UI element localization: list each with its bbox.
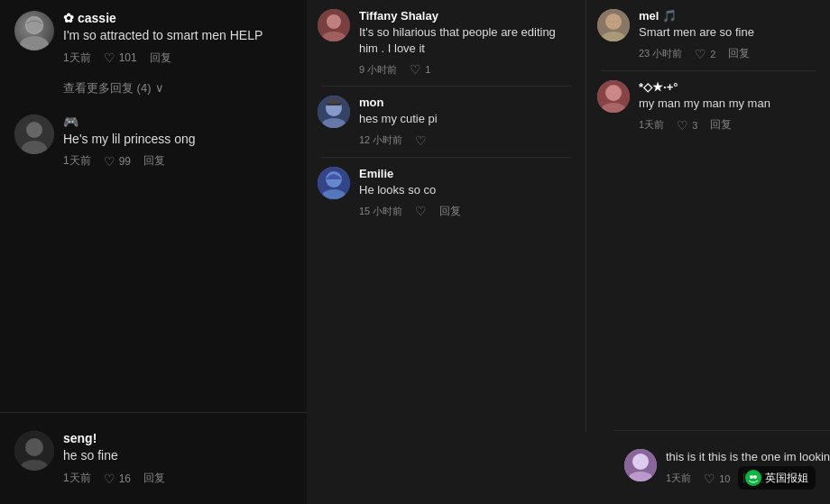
left-panel: ✿ cassie I'm so attracted to smart men H… <box>0 0 307 504</box>
avatar-tiffany <box>318 9 350 41</box>
screenshot-container: ✿ cassie I'm so attracted to smart men H… <box>0 0 830 504</box>
emilie-reply-btn[interactable]: 回复 <box>439 204 461 219</box>
comment-cassie: ✿ cassie I'm so attracted to smart men H… <box>0 0 307 77</box>
comment-user2: 🎮 He's my lil princess ong 1天前 ♡ 99 回复 <box>0 104 307 180</box>
cassie-meta: 1天前 ♡ 101 回复 <box>63 50 292 66</box>
heart-icon-mon[interactable]: ♡ <box>415 133 427 148</box>
heart-icon-seng[interactable]: ♡ <box>104 472 115 486</box>
bottom-likes: ♡ 10 <box>704 472 730 486</box>
mon-likes: ♡ <box>415 133 427 148</box>
mon-body: mon hes my cutie pi 12 小时前 ♡ <box>359 96 575 147</box>
tiffany-text: It's so hilarious that people are editin… <box>359 24 575 57</box>
svg-point-27 <box>632 454 649 470</box>
avatar-mon <box>318 96 350 128</box>
svg-rect-16 <box>328 99 339 104</box>
svg-point-21 <box>605 14 622 30</box>
right-panel: Tiffany Shalay It's so hilarious that pe… <box>307 0 830 504</box>
user2-text: He's my lil princess ong <box>63 131 292 149</box>
user2-username-icon: 🎮 <box>63 115 78 129</box>
star-time: 1天前 <box>639 118 664 132</box>
svg-point-2 <box>26 17 42 33</box>
tiffany-time: 9 小时前 <box>359 63 397 77</box>
mel-username: mel 🎵 <box>639 9 819 23</box>
emilie-body: Emilie He looks so co 15 小时前 ♡ 回复 <box>359 167 575 219</box>
cassie-time: 1天前 <box>63 50 91 66</box>
star-meta: 1天前 ♡ 3 回复 <box>639 117 819 133</box>
heart-icon-2[interactable]: ♡ <box>104 154 115 169</box>
cassie-reply-btn[interactable]: 回复 <box>150 50 171 66</box>
avatar-mel <box>597 9 630 41</box>
emilie-username: Emilie <box>359 167 575 180</box>
comment-mel: mel 🎵 Smart men are so fine 23 小时前 ♡ 2 回… <box>586 0 830 70</box>
right-col1: Tiffany Shalay It's so hilarious that pe… <box>307 0 586 433</box>
svg-point-4 <box>26 122 42 138</box>
comment-tiffany: Tiffany Shalay It's so hilarious that pe… <box>307 0 586 86</box>
user2-meta: 1天前 ♡ 99 回复 <box>63 153 292 169</box>
heart-icon-bottom[interactable]: ♡ <box>704 472 715 486</box>
cassie-text: I'm so attracted to smart men HELP <box>63 27 292 45</box>
cassie-body: ✿ cassie I'm so attracted to smart men H… <box>63 11 292 66</box>
star-likes: ♡ 3 <box>677 118 697 133</box>
view-more-label: 查看更多回复 (4) <box>63 80 152 96</box>
bottom-comment-text: this is it this is the one im looking fo… <box>666 449 830 465</box>
svg-point-24 <box>605 85 622 101</box>
cassie-username-icon: ✿ <box>63 11 74 25</box>
mel-body: mel 🎵 Smart men are so fine 23 小时前 ♡ 2 回… <box>639 9 819 61</box>
star-reply-btn[interactable]: 回复 <box>710 117 732 133</box>
bottom-time: 1天前 <box>666 472 691 485</box>
mel-time: 23 小时前 <box>639 47 682 60</box>
heart-icon-emilie[interactable]: ♡ <box>415 204 427 218</box>
view-more-replies[interactable]: 查看更多回复 (4) ∨ <box>0 77 307 104</box>
mon-time: 12 小时前 <box>359 133 402 147</box>
cassie-username: ✿ cassie <box>63 11 292 25</box>
tiffany-username: Tiffany Shalay <box>359 9 575 23</box>
user2-reply-btn[interactable]: 回复 <box>143 153 165 169</box>
tiffany-meta: 9 小时前 ♡ 1 <box>359 62 575 77</box>
svg-point-10 <box>327 14 341 29</box>
mon-text: hes my cutie pi <box>359 111 575 127</box>
star-body: *◇★·+° my man my man my man 1天前 ♡ 3 回复 <box>639 80 819 133</box>
heart-icon-mel[interactable]: ♡ <box>695 47 706 61</box>
mel-reply-btn[interactable]: 回复 <box>728 46 750 61</box>
emilie-likes: ♡ <box>415 204 427 218</box>
seng-meta: 1天前 ♡ 16 回复 <box>63 471 292 486</box>
svg-point-1 <box>20 36 49 50</box>
user2-body: 🎮 He's my lil princess ong 1天前 ♡ 99 回复 <box>63 115 292 170</box>
right-col2: mel 🎵 Smart men are so fine 23 小时前 ♡ 2 回… <box>586 0 830 433</box>
seng-likes: ♡ 16 <box>104 472 131 486</box>
heart-icon[interactable]: ♡ <box>104 50 115 65</box>
user2-time: 1天前 <box>63 153 91 169</box>
heart-icon-tiffany[interactable]: ♡ <box>410 62 421 77</box>
star-username: *◇★·+° <box>639 80 819 94</box>
svg-point-30 <box>753 475 757 479</box>
emilie-meta: 15 小时前 ♡ 回复 <box>359 204 575 219</box>
comment-mon: mon hes my cutie pi 12 小时前 ♡ <box>307 87 586 156</box>
star-text: my man my man my man <box>639 96 819 112</box>
wechat-icon <box>745 470 761 486</box>
avatar-seng <box>14 431 54 471</box>
mel-likes: ♡ 2 <box>695 47 715 61</box>
tiffany-body: Tiffany Shalay It's so hilarious that pe… <box>359 9 575 77</box>
mel-text: Smart men are so fine <box>639 24 819 41</box>
svg-point-7 <box>25 438 43 456</box>
cassie-likes: ♡ 101 <box>104 50 137 65</box>
avatar-bottom <box>624 449 657 481</box>
comment-emilie: Emilie He looks so co 15 小时前 ♡ 回复 <box>307 158 586 228</box>
mon-username: mon <box>359 96 575 109</box>
comment-seng: seng! he so fine 1天前 ♡ 16 回复 <box>0 420 307 497</box>
user2-username: 🎮 <box>63 115 292 129</box>
mel-meta: 23 小时前 ♡ 2 回复 <box>639 46 819 61</box>
user2-likes: ♡ 99 <box>104 154 131 169</box>
comment-star: *◇★·+° my man my man my man 1天前 ♡ 3 回复 <box>586 71 830 142</box>
seng-text: he so fine <box>63 447 292 465</box>
avatar-emilie <box>318 167 350 199</box>
seng-time: 1天前 <box>63 471 91 486</box>
chevron-down-icon: ∨ <box>155 81 164 95</box>
svg-point-29 <box>750 475 753 479</box>
emilie-time: 15 小时前 <box>359 205 402 218</box>
heart-icon-star[interactable]: ♡ <box>677 118 688 133</box>
wechat-label: 英国报姐 <box>765 471 808 486</box>
seng-username: seng! <box>63 431 292 445</box>
seng-reply-btn[interactable]: 回复 <box>143 471 165 486</box>
avatar-cassie <box>14 11 54 50</box>
